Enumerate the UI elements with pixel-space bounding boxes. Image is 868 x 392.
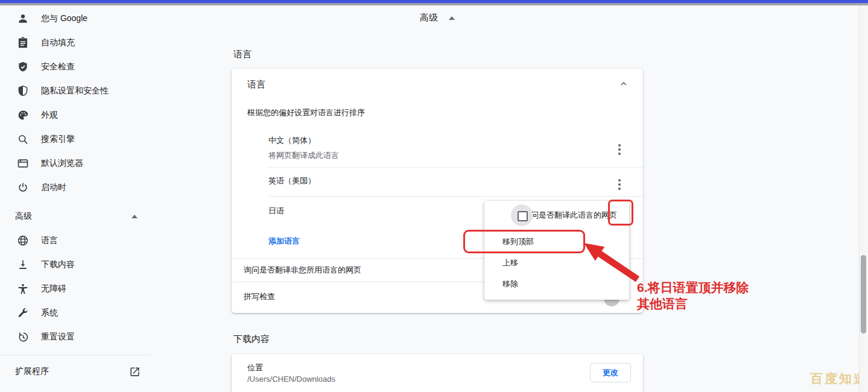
advanced-header: 高级	[232, 12, 643, 24]
section-title-languages: 语言	[233, 49, 252, 60]
annotation-highlight-box-small	[608, 200, 633, 226]
card-header-label: 语言	[247, 79, 265, 90]
sidebar-item-label: 下载内容	[41, 259, 75, 270]
annotation-highlight-box-move-top	[463, 230, 585, 253]
download-location-value: /Users/CHEN/Downloads	[247, 375, 335, 384]
wrench-icon	[17, 307, 29, 319]
language-name: 中文（简体）	[268, 135, 643, 146]
annotation-note: 6.将日语置顶并移除 其他语言	[637, 279, 749, 312]
sidebar-item-label: 语言	[41, 235, 58, 246]
sidebar-item-label: 搜索引擎	[41, 134, 75, 145]
sidebar-item-label: 扩展程序	[15, 366, 49, 377]
globe-icon	[17, 235, 29, 247]
sidebar-divider	[0, 355, 151, 355]
person-icon	[17, 13, 29, 25]
annotation-arrow	[573, 238, 642, 285]
sidebar-item-label: 系统	[41, 308, 58, 318]
kebab-menu-icon[interactable]	[616, 177, 623, 192]
sidebar-item-label: 自动填充	[41, 37, 75, 48]
download-icon	[17, 259, 29, 271]
scrollbar-track[interactable]	[859, 5, 868, 392]
search-icon	[17, 133, 29, 145]
spell-check-label: 拼写检查	[244, 291, 275, 302]
sidebar-item-extensions[interactable]: 扩展程序	[0, 359, 151, 384]
language-row-chinese: 中文（简体） 将网页翻译成此语言	[268, 131, 643, 168]
sidebar-item-system[interactable]: 系统	[0, 301, 151, 325]
sidebar-item-label: 重置设置	[41, 332, 75, 343]
sidebar-item-label: 无障碍	[41, 283, 66, 294]
clipboard-icon	[17, 37, 29, 49]
menu-item-label: 移除	[502, 279, 518, 289]
sidebar-item-you-and-google[interactable]: 您与 Google	[0, 7, 151, 31]
menu-item-label: 上移	[502, 258, 518, 268]
sidebar-item-label: 隐私设置和安全性	[41, 86, 109, 96]
change-button[interactable]: 更改	[590, 363, 631, 382]
sidebar-item-accessibility[interactable]: 无障碍	[0, 277, 151, 301]
checkbox-unchecked-icon[interactable]	[518, 211, 528, 221]
ask-translate-label: 询问是否翻译非您所用语言的网页	[244, 265, 361, 276]
sidebar-item-default-browser[interactable]: 默认浏览器	[0, 151, 151, 175]
sidebar-item-safety-check[interactable]: 安全检查	[0, 55, 151, 79]
downloads-card: 位置 /Users/CHEN/Downloads 更改	[232, 354, 643, 392]
sidebar-advanced-label: 高级	[15, 211, 32, 222]
language-subtitle: 将网页翻译成此语言	[268, 150, 643, 161]
add-language-link[interactable]: 添加语言	[268, 236, 300, 247]
section-title-downloads: 下载内容	[233, 334, 270, 345]
sidebar-item-autofill[interactable]: 自动填充	[0, 31, 151, 55]
download-location-label: 位置	[247, 362, 263, 373]
browser-icon	[17, 157, 29, 169]
window-frame-bar	[0, 3, 868, 5]
power-icon	[17, 182, 29, 194]
sidebar-item-privacy-security[interactable]: 隐私设置和安全性	[0, 79, 151, 103]
sidebar-item-appearance[interactable]: 外观	[0, 103, 151, 127]
sidebar-advanced-toggle[interactable]: 高级	[0, 204, 151, 229]
language-row-english: 英语（美国）	[268, 167, 643, 196]
annotation-note-line1: 6.将日语置顶并移除	[637, 279, 749, 296]
scrollbar-thumb[interactable]	[861, 255, 866, 334]
menu-item-label: 询问是否翻译此语言的网页	[523, 210, 617, 221]
sidebar-item-search-engine[interactable]: 搜索引擎	[0, 127, 151, 151]
shield-check-icon	[17, 61, 29, 73]
collapse-triangle-icon	[131, 215, 138, 218]
sidebar-item-reset-settings[interactable]: 重置设置	[0, 325, 151, 349]
sidebar-item-label: 启动时	[41, 182, 66, 193]
history-icon	[17, 331, 29, 343]
chrome-settings-page: 高级 您与 Google 自动填充 安全检查 隐私设置和安全性 外观	[0, 0, 868, 392]
accessibility-icon	[17, 283, 29, 295]
sidebar-item-on-startup[interactable]: 启动时	[0, 175, 151, 200]
annotation-note-line2: 其他语言	[637, 296, 749, 312]
advanced-header-label: 高级	[420, 12, 438, 24]
privacy-shield-icon	[17, 85, 29, 97]
sidebar-item-label: 安全检查	[41, 62, 75, 72]
external-link-icon	[129, 366, 141, 378]
collapse-triangle-icon[interactable]	[449, 16, 455, 20]
menu-item-ask-translate[interactable]: 询问是否翻译此语言的网页	[484, 201, 629, 230]
palette-icon	[17, 109, 29, 121]
sidebar-item-downloads[interactable]: 下载内容	[0, 253, 151, 277]
order-hint-text: 根据您的偏好设置对语言进行排序	[247, 107, 365, 118]
sidebar-item-label: 外观	[41, 110, 58, 121]
sidebar-item-label: 您与 Google	[41, 13, 87, 24]
sidebar-item-languages[interactable]: 语言	[0, 229, 151, 253]
chevron-up-icon[interactable]	[619, 79, 629, 89]
language-name: 英语（美国）	[268, 175, 643, 186]
sidebar-item-label: 默认浏览器	[41, 158, 83, 169]
kebab-menu-icon[interactable]	[616, 142, 623, 157]
